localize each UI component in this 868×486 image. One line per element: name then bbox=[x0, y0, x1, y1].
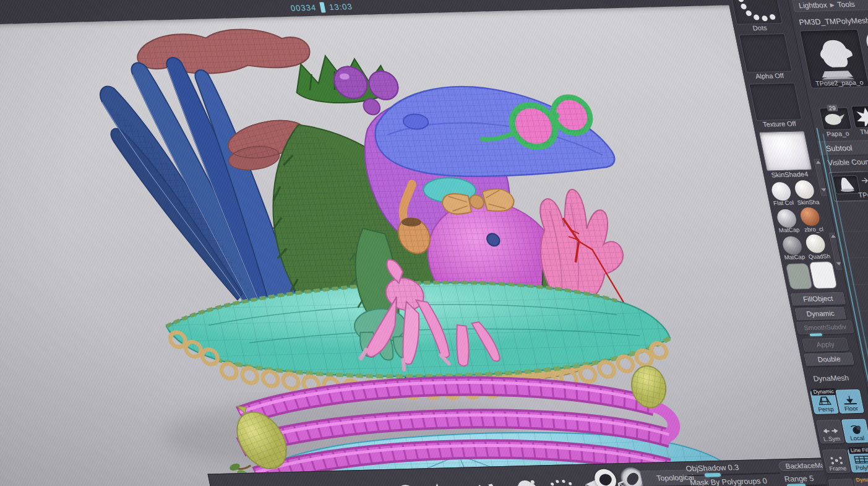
polysphere-thumbnail[interactable] bbox=[864, 29, 868, 56]
lsym-label: L.Sym bbox=[823, 435, 841, 443]
blue-feather-wing bbox=[93, 56, 299, 308]
lsym-arrows-icon bbox=[821, 427, 840, 436]
brush-clay-blob-icon[interactable] bbox=[513, 480, 540, 486]
double-button[interactable]: Double bbox=[804, 352, 854, 367]
subtool-item-name: TPose2_ bbox=[857, 191, 868, 199]
star3d-icon bbox=[852, 106, 868, 126]
timeline-cursor-icon bbox=[319, 2, 325, 12]
sculpt-model-bird bbox=[0, 12, 806, 486]
recent-tool-name: TMPoly bbox=[854, 128, 868, 136]
tool-title: PM3D_TMPolyMesh_1. 5 bbox=[798, 16, 868, 27]
frame-counter: 00334 bbox=[290, 3, 317, 13]
material-name: Flat Col bbox=[770, 199, 797, 206]
objshadow-slider[interactable]: ObjShadow 0.3 bbox=[685, 462, 780, 477]
persp-grid-icon bbox=[815, 396, 833, 406]
texture-selector[interactable] bbox=[749, 82, 802, 121]
material-zbro-sphere[interactable] bbox=[799, 207, 821, 227]
rosy-cloud-shape bbox=[132, 28, 314, 76]
material-skinshade-sphere[interactable] bbox=[793, 180, 815, 199]
lsym-button[interactable]: L.Sym bbox=[816, 420, 845, 444]
transp-button[interactable]: Transp bbox=[828, 479, 857, 486]
stroke-selector[interactable] bbox=[730, 0, 783, 25]
material-matcap-gray-sphere[interactable] bbox=[776, 209, 798, 228]
brush-scissors-icon[interactable] bbox=[483, 484, 507, 486]
material-name: MatCap bbox=[781, 253, 808, 261]
lightbox-button[interactable]: Lightbox bbox=[798, 1, 828, 10]
material-matcap2-sphere[interactable] bbox=[781, 236, 804, 255]
lightbox-bar: Lightbox ▶ Tools bbox=[792, 0, 868, 12]
polyf-linefill-badge: Line Fill bbox=[848, 446, 868, 454]
clock-readout: 13:03 bbox=[329, 2, 354, 12]
recent-tool-badge: 29 bbox=[827, 105, 838, 111]
mask-by-label: Mask By Polygroups 0 bbox=[689, 477, 768, 486]
dots-stroke-icon bbox=[731, 0, 782, 24]
smoothsubdiv-slider[interactable] bbox=[810, 333, 823, 336]
secondary-color-swatch[interactable] bbox=[809, 261, 838, 289]
material-name: SkinSha bbox=[794, 198, 822, 206]
polyframe-grid-icon bbox=[853, 455, 868, 465]
recent-tool-name: Papa_o bbox=[821, 129, 854, 137]
subtool-item-selected[interactable]: TPose2_ bbox=[828, 169, 868, 202]
floor-button[interactable]: Floor bbox=[835, 389, 864, 414]
polyf-button[interactable]: Line Fill PolyF bbox=[848, 448, 868, 472]
zbrush-app: 00334 13:03 bbox=[0, 0, 868, 486]
material-name: zbro_cl bbox=[800, 225, 827, 233]
persp-button[interactable]: Dynamic Persp bbox=[810, 390, 839, 414]
material-name: MatCap bbox=[775, 226, 802, 233]
alpha-selector[interactable] bbox=[739, 33, 793, 73]
active-tool-thumbnail[interactable]: TPose2_papa_o bbox=[799, 29, 868, 89]
dynamic-button[interactable]: Dynamic bbox=[794, 307, 846, 321]
subtool-visible-count: Visible Count 1 bbox=[827, 157, 868, 167]
persp-label: Persp bbox=[817, 406, 834, 413]
dynamesh-button[interactable]: DynaMesh bbox=[807, 373, 856, 383]
lightbox-arrow-icon: ▶ bbox=[830, 2, 835, 8]
floor-icon bbox=[840, 395, 858, 406]
material-name: QuadSh bbox=[806, 253, 833, 260]
document-timecode: 00334 13:03 bbox=[290, 1, 353, 14]
alpha-label: Alpha Off bbox=[746, 72, 794, 80]
tilted-screen: 00334 13:03 bbox=[0, 0, 868, 486]
texture-label: Texture Off bbox=[755, 119, 803, 128]
polysphere-label: PolySp bbox=[866, 56, 868, 64]
frame-button[interactable]: Frame bbox=[822, 449, 851, 474]
local-label: Local bbox=[849, 435, 865, 442]
brush-hand-icon[interactable] bbox=[548, 480, 578, 486]
recent-tool-thumbnail[interactable] bbox=[851, 105, 868, 128]
frame-label: Frame bbox=[828, 465, 847, 472]
material-flatcol-sphere[interactable] bbox=[770, 182, 793, 201]
floor-label: Floor bbox=[844, 405, 859, 412]
apply-button[interactable]: Apply bbox=[802, 337, 849, 352]
objshadow-label: ObjShadow 0.3 bbox=[685, 463, 739, 473]
material-label: SkinShade4 bbox=[765, 170, 814, 179]
range-label: Range 5 bbox=[784, 474, 815, 484]
sculpt-canvas[interactable] bbox=[0, 5, 838, 486]
active-tool-name: TPose2_papa_o bbox=[810, 78, 868, 87]
ghost-dynam-badge: Dynam bbox=[856, 476, 868, 483]
brush-spike-star-icon[interactable] bbox=[429, 483, 458, 486]
subtool-arrow-icon bbox=[860, 176, 868, 184]
subtool-thumb-icon bbox=[833, 176, 858, 193]
frame-dots-icon bbox=[828, 456, 844, 466]
material-quadshader-sphere[interactable] bbox=[804, 234, 827, 253]
smoothsubdiv-button[interactable]: SmoothSubdiv bbox=[796, 320, 854, 334]
range-slider[interactable]: Range 5 bbox=[784, 474, 830, 486]
fillobject-button[interactable]: FillObject bbox=[790, 292, 846, 306]
stroke-label: Dots bbox=[736, 24, 784, 32]
material-selector[interactable] bbox=[758, 131, 812, 171]
local-pivot-icon bbox=[848, 425, 863, 435]
tools-button[interactable]: Tools bbox=[836, 0, 856, 9]
main-color-swatch[interactable] bbox=[785, 263, 812, 290]
ghost-button[interactable]: Dynam bbox=[853, 478, 868, 486]
recent-tool-thumbnail[interactable]: 29 bbox=[819, 107, 852, 130]
local-button[interactable]: Local bbox=[841, 419, 868, 443]
polyf-label: PolyF bbox=[855, 464, 868, 472]
persp-dynamic-badge: Dynamic bbox=[811, 388, 836, 396]
